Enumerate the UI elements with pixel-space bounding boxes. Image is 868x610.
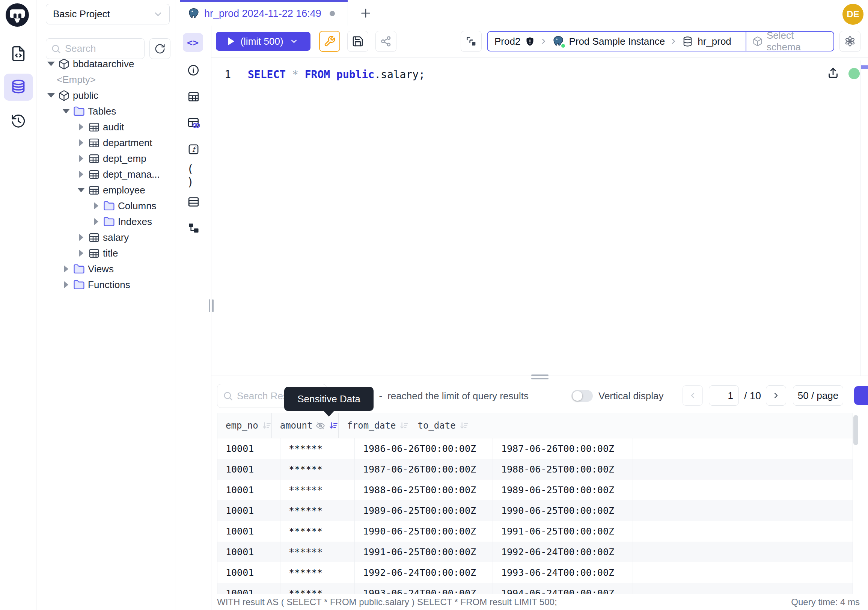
caret-right-icon[interactable] xyxy=(60,263,72,275)
rail-item-databases[interactable] xyxy=(4,74,33,101)
sidebar-resize-handle[interactable] xyxy=(209,300,214,312)
table-row[interactable]: 10001 ****** 1989-06-25T00:00:00Z 1990-0… xyxy=(217,500,852,521)
parentheses-icon[interactable]: ( ) xyxy=(187,169,200,182)
cell-to-date[interactable]: 1991-06-25T00:00:00Z xyxy=(493,521,633,542)
sort-icon[interactable] xyxy=(262,421,271,430)
page-size-select[interactable]: 50 / page xyxy=(793,385,843,406)
bytebase-logo[interactable] xyxy=(6,3,29,27)
sidebar-search-input[interactable] xyxy=(65,43,136,54)
table-row[interactable]: 10001 ****** 1990-06-25T00:00:00Z 1991-0… xyxy=(217,521,852,542)
cell-to-date[interactable]: 1987-06-26T00:00:00Z xyxy=(493,438,633,459)
save-button[interactable] xyxy=(347,31,368,52)
cell-from-date[interactable]: 1991-06-25T00:00:00Z xyxy=(355,542,493,562)
cell-from-date[interactable]: 1992-06-24T00:00:00Z xyxy=(355,562,493,583)
page-number-input[interactable] xyxy=(709,385,739,406)
cell-emp-no[interactable]: 10001 xyxy=(217,438,281,459)
cell-amount-masked[interactable]: ****** xyxy=(281,521,355,542)
next-page-button[interactable] xyxy=(766,385,786,406)
cell-amount-masked[interactable]: ****** xyxy=(281,438,355,459)
tree-item[interactable]: public xyxy=(36,87,175,103)
tree-item[interactable]: bbdataarchive xyxy=(36,56,175,72)
format-sql-button[interactable] xyxy=(319,31,340,52)
info-icon[interactable] xyxy=(187,64,200,77)
caret-down-icon[interactable] xyxy=(76,185,87,196)
caret-right-icon[interactable] xyxy=(90,216,102,227)
table-row[interactable]: 10001 ****** 1987-06-26T00:00:00Z 1988-0… xyxy=(217,459,852,480)
cell-amount-masked[interactable]: ****** xyxy=(281,542,355,562)
caret-down-icon[interactable] xyxy=(60,106,72,117)
user-avatar[interactable]: DE xyxy=(842,4,863,25)
column-header[interactable]: to_date xyxy=(409,413,469,438)
data-search-icon[interactable] xyxy=(187,116,200,129)
cell-from-date[interactable]: 1989-06-25T00:00:00Z xyxy=(355,500,493,521)
table-row[interactable]: 10001 ****** 1986-06-26T00:00:00Z 1987-0… xyxy=(217,438,852,459)
tree-item[interactable]: audit xyxy=(36,119,175,135)
caret-right-icon[interactable] xyxy=(76,153,87,164)
sort-icon[interactable] xyxy=(399,421,409,430)
caret-right-icon[interactable] xyxy=(60,279,72,290)
tree-item[interactable]: dept_emp xyxy=(36,151,175,166)
er-diagram-icon[interactable] xyxy=(187,222,200,234)
sql-editor[interactable]: 1 SELECT * FROM public.salary; xyxy=(211,57,868,376)
cell-amount-masked[interactable]: ****** xyxy=(281,500,355,521)
cell-from-date[interactable]: 1990-06-25T00:00:00Z xyxy=(355,521,493,542)
cell-to-date[interactable]: 1989-06-25T00:00:00Z xyxy=(493,480,633,500)
cell-emp-no[interactable]: 10001 xyxy=(217,500,281,521)
tree-item[interactable]: Functions xyxy=(36,277,175,293)
cell-emp-no[interactable]: 10001 xyxy=(217,459,281,480)
panel-resize-handle[interactable] xyxy=(211,373,868,381)
table-grid-icon[interactable] xyxy=(187,195,200,208)
share-button[interactable] xyxy=(375,31,397,52)
cell-to-date[interactable]: 1992-06-24T00:00:00Z xyxy=(493,542,633,562)
caret-right-icon[interactable] xyxy=(90,200,102,211)
cell-from-date[interactable]: 1986-06-26T00:00:00Z xyxy=(355,438,493,459)
sort-icon[interactable] xyxy=(459,421,469,430)
rail-item-history[interactable] xyxy=(4,108,33,135)
cell-to-date[interactable]: 1990-06-25T00:00:00Z xyxy=(493,500,633,521)
cell-amount-masked[interactable]: ****** xyxy=(281,562,355,583)
ai-assistant-button[interactable] xyxy=(840,31,860,52)
project-select[interactable]: Basic Project xyxy=(46,4,170,25)
cell-to-date[interactable]: 1994-06-24T00:00:00Z xyxy=(493,583,633,594)
column-header[interactable]: from_date xyxy=(339,413,409,438)
tree-item[interactable]: Tables xyxy=(36,103,175,119)
tree-item[interactable]: salary xyxy=(36,230,175,245)
cell-to-date[interactable]: 1993-06-24T00:00:00Z xyxy=(493,562,633,583)
function-icon[interactable]: f xyxy=(187,143,200,155)
connection-breadcrumb[interactable]: Prod2 Prod Sample Instance xyxy=(487,31,834,51)
table-detail-icon[interactable] xyxy=(187,90,200,103)
export-results-button[interactable] xyxy=(854,386,868,405)
cell-amount-masked[interactable]: ****** xyxy=(281,583,355,594)
tree-item[interactable]: <Empty> xyxy=(36,72,175,87)
tree-item[interactable]: title xyxy=(36,245,175,261)
table-row[interactable]: 10001 ****** 1991-06-25T00:00:00Z 1992-0… xyxy=(217,542,852,562)
caret-right-icon[interactable] xyxy=(76,248,87,259)
batch-query-button[interactable] xyxy=(461,31,482,52)
sort-icon[interactable] xyxy=(329,421,338,430)
caret-right-icon[interactable] xyxy=(76,232,87,243)
caret-right-icon[interactable] xyxy=(76,121,87,133)
cell-from-date[interactable]: 1988-06-25T00:00:00Z xyxy=(355,480,493,500)
tree-item[interactable]: Indexes xyxy=(36,214,175,230)
tree-item[interactable]: Columns xyxy=(36,198,175,214)
prev-page-button[interactable] xyxy=(682,385,703,406)
cell-emp-no[interactable]: 10001 xyxy=(217,480,281,500)
results-scrollbar-thumb[interactable] xyxy=(853,415,858,445)
vertical-display-toggle[interactable] xyxy=(571,390,593,402)
tree-item[interactable]: dept_mana... xyxy=(36,166,175,182)
run-query-button[interactable]: (limit 500) xyxy=(216,32,310,51)
cell-from-date[interactable]: 1993-06-24T00:00:00Z xyxy=(355,583,493,594)
table-row[interactable]: 10001 ****** 1988-06-25T00:00:00Z 1989-0… xyxy=(217,480,852,500)
connection-context[interactable]: Prod2 Prod Sample Instance xyxy=(488,32,746,51)
rail-item-worksheets[interactable] xyxy=(4,40,33,67)
caret-down-icon[interactable] xyxy=(45,90,57,101)
tree-item[interactable]: Views xyxy=(36,261,175,277)
table-row[interactable]: 10001 ****** 1992-06-24T00:00:00Z 1993-0… xyxy=(217,562,852,583)
cell-emp-no[interactable]: 10001 xyxy=(217,583,281,594)
caret-right-icon[interactable] xyxy=(76,137,87,148)
run-options-chevron-icon[interactable] xyxy=(290,37,298,46)
cell-emp-no[interactable]: 10001 xyxy=(217,542,281,562)
eye-off-icon[interactable] xyxy=(316,421,325,430)
export-sheet-button[interactable] xyxy=(826,66,840,80)
tree-item[interactable]: department xyxy=(36,135,175,151)
